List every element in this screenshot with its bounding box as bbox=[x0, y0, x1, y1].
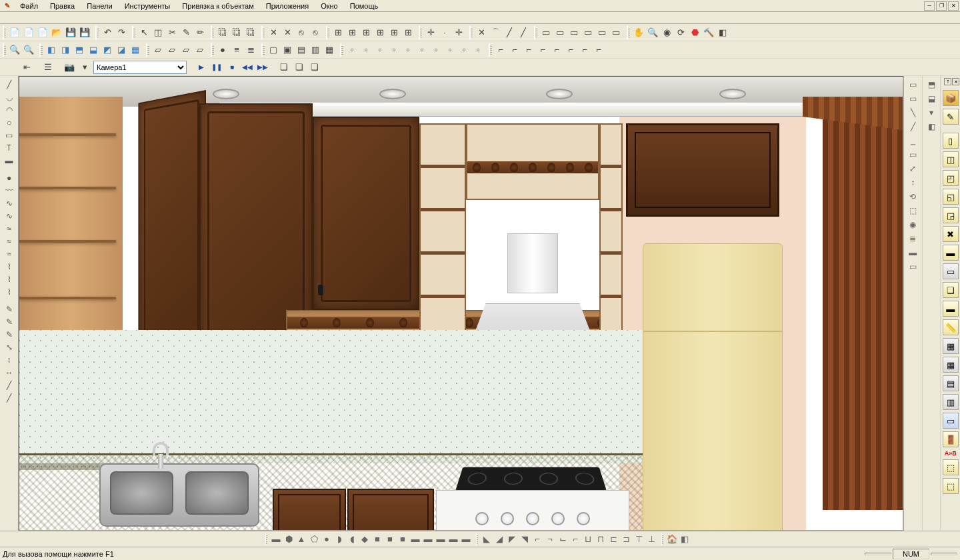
minimize-button[interactable]: ─ bbox=[924, 1, 935, 11]
menu-panels[interactable]: Панели bbox=[81, 1, 117, 11]
dbl-poly-2-icon[interactable]: ≈ bbox=[3, 235, 16, 247]
lib-grid-1-icon[interactable]: ▦ bbox=[943, 338, 959, 354]
shape-circ-icon[interactable]: ● bbox=[321, 533, 333, 545]
rewind-icon[interactable]: ◀◀ bbox=[241, 61, 254, 73]
profile-2-icon[interactable]: ⌐ bbox=[508, 43, 521, 57]
box3d-2-icon[interactable]: ❏ bbox=[293, 61, 306, 74]
view-cube-6-icon[interactable]: ◪ bbox=[115, 43, 128, 57]
lib-panel-5-icon[interactable]: ◲ bbox=[943, 207, 959, 223]
shape-l4-icon[interactable]: ◥ bbox=[519, 533, 531, 545]
solid-circle-icon[interactable]: ● bbox=[3, 172, 16, 184]
render-2-icon[interactable]: ≡ bbox=[230, 43, 243, 57]
mode-1-icon[interactable]: ▱ bbox=[151, 43, 165, 57]
align-5-icon[interactable]: ⊞ bbox=[387, 26, 401, 39]
profile-6-icon[interactable]: ⌐ bbox=[564, 43, 577, 57]
lib-panel-3-icon[interactable]: ◰ bbox=[943, 170, 959, 186]
view-cube-4-icon[interactable]: ⬓ bbox=[87, 43, 100, 57]
save-all-icon[interactable]: 💾 bbox=[78, 26, 91, 39]
view-cube-7-icon[interactable]: ▦ bbox=[129, 43, 142, 57]
ra-2-icon[interactable]: ▭ bbox=[906, 92, 919, 105]
layers-icon[interactable]: ▭ bbox=[609, 26, 623, 39]
shape-misc-icon[interactable]: ◧ bbox=[679, 533, 691, 545]
lib-panel-4-icon[interactable]: ◱ bbox=[943, 189, 959, 205]
shape-l1-icon[interactable]: ◣ bbox=[481, 533, 493, 545]
shape-c2-icon[interactable]: ⊐ bbox=[620, 533, 632, 545]
obj-3-icon[interactable]: ▤ bbox=[295, 43, 308, 57]
sm-1-icon[interactable]: ▫ bbox=[345, 43, 359, 57]
cut-tool-icon[interactable]: ✂ bbox=[165, 26, 179, 39]
bezier-icon[interactable]: ∿ bbox=[3, 210, 16, 222]
new-doc-icon[interactable]: 📄 bbox=[22, 26, 35, 39]
profile-8-icon[interactable]: ⌐ bbox=[592, 43, 605, 57]
sm-10-icon[interactable]: ▫ bbox=[471, 43, 485, 57]
shape-hex-icon[interactable]: ⬢ bbox=[283, 533, 295, 545]
view-pin-icon[interactable]: ⇤ bbox=[20, 61, 33, 74]
snap-plus-icon[interactable]: ✛ bbox=[424, 26, 437, 39]
render-3-icon[interactable]: ≣ bbox=[244, 43, 257, 57]
lib-box-icon[interactable]: 📦 bbox=[943, 90, 959, 106]
zoom-lens-icon[interactable]: 🔍 bbox=[646, 26, 659, 39]
align-6-icon[interactable]: ⊞ bbox=[401, 26, 415, 39]
menu-edit[interactable]: Правка bbox=[45, 1, 80, 11]
view-cube-3-icon[interactable]: ⬒ bbox=[73, 43, 86, 57]
ra-11-icon[interactable]: ◉ bbox=[906, 218, 919, 231]
play-icon[interactable]: ▶ bbox=[195, 61, 208, 73]
sm-2-icon[interactable]: ▫ bbox=[359, 43, 373, 57]
hammer-icon[interactable]: 🔨 bbox=[702, 26, 715, 39]
path-1-icon[interactable]: ⌇ bbox=[3, 261, 16, 273]
align-3-icon[interactable]: ⊞ bbox=[359, 26, 373, 39]
rb-1-icon[interactable]: ⬒ bbox=[925, 78, 938, 91]
shape-sq3-icon[interactable]: ■ bbox=[397, 533, 409, 545]
obj-1-icon[interactable]: ▢ bbox=[267, 43, 280, 57]
edit-5-icon[interactable]: ↕ bbox=[3, 354, 16, 366]
solid-rect-icon[interactable]: ▬ bbox=[3, 155, 16, 167]
new-view-icon[interactable]: 📄 bbox=[36, 26, 49, 39]
mode-4-icon[interactable]: ▱ bbox=[193, 43, 207, 57]
lib-grid-2-icon[interactable]: ▦ bbox=[943, 357, 959, 373]
shape-diam-icon[interactable]: ◆ bbox=[359, 533, 371, 545]
spline-icon[interactable]: ∿ bbox=[3, 197, 16, 209]
stop2-icon[interactable]: ■ bbox=[225, 61, 239, 73]
measure-icon[interactable]: ✎ bbox=[179, 26, 193, 39]
edit-4-icon[interactable]: ⤡ bbox=[3, 341, 16, 353]
lib-ruler-icon[interactable]: 📏 bbox=[943, 319, 959, 335]
shape-l2-icon[interactable]: ◢ bbox=[493, 533, 505, 545]
menu-file[interactable]: Файл bbox=[15, 1, 43, 11]
align-1-icon[interactable]: ⊞ bbox=[331, 26, 345, 39]
profile-5-icon[interactable]: ⌐ bbox=[550, 43, 563, 57]
snap-dot-icon[interactable]: · bbox=[438, 26, 451, 39]
view-cube-2-icon[interactable]: ◨ bbox=[59, 43, 72, 57]
lib-tools-icon[interactable]: ✖ bbox=[943, 226, 959, 242]
menu-tools[interactable]: Инструменты bbox=[119, 1, 176, 11]
material-icon[interactable]: ◧ bbox=[716, 26, 729, 39]
edit-3-icon[interactable]: ✎ bbox=[3, 329, 16, 341]
shape-cnr-4-icon[interactable]: ⌐ bbox=[569, 533, 581, 545]
ra-10-icon[interactable]: ⬚ bbox=[906, 204, 919, 217]
dbl-poly-3-icon[interactable]: ≈ bbox=[3, 248, 16, 260]
shape-sq-icon[interactable]: ■ bbox=[371, 533, 383, 545]
ungroup-icon[interactable]: ▭ bbox=[553, 26, 567, 39]
shape-cnr-2-icon[interactable]: ¬ bbox=[544, 533, 556, 545]
shape-c-icon[interactable]: ⊏ bbox=[607, 533, 619, 545]
zoom-out-icon[interactable]: 🔍 bbox=[22, 43, 35, 57]
lib-grid-4-icon[interactable]: ▥ bbox=[943, 394, 959, 410]
obj-5-icon[interactable]: ▦ bbox=[323, 43, 336, 57]
lib-cube-icon[interactable]: ❏ bbox=[943, 282, 959, 298]
profile-1-icon[interactable]: ⌐ bbox=[494, 43, 507, 57]
obj-4-icon[interactable]: ▥ bbox=[309, 43, 322, 57]
rb-4-icon[interactable]: ◧ bbox=[925, 120, 938, 133]
layer-icon[interactable]: ▭ bbox=[595, 26, 609, 39]
ffwd-icon[interactable]: ▶▶ bbox=[256, 61, 269, 73]
camera-list-icon[interactable]: ▾ bbox=[78, 61, 91, 74]
ra-6-icon[interactable]: ▭ bbox=[906, 148, 919, 161]
sm-9-icon[interactable]: ▫ bbox=[457, 43, 471, 57]
dbl-poly-1-icon[interactable]: ≈ bbox=[3, 223, 16, 235]
panel-pin-icon[interactable]: ⤒ bbox=[944, 78, 951, 85]
open-icon[interactable]: 📂 bbox=[50, 26, 63, 39]
lib-shelf-icon[interactable]: ▬ bbox=[943, 245, 959, 261]
shape-t2-icon[interactable]: ⊥ bbox=[645, 533, 657, 545]
lib-extra-2-icon[interactable]: ⬚ bbox=[943, 478, 959, 494]
viewport-3d[interactable] bbox=[19, 76, 903, 531]
ra-14-icon[interactable]: ▭ bbox=[906, 260, 919, 273]
sm-8-icon[interactable]: ▫ bbox=[443, 43, 457, 57]
